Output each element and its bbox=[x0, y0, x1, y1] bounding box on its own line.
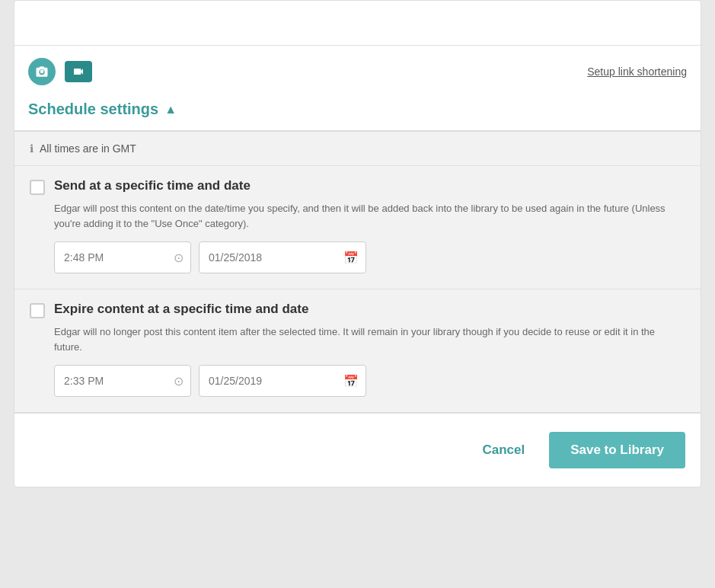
footer-panel: Cancel Save to Library bbox=[14, 413, 701, 487]
timezone-text: All times are in GMT bbox=[40, 142, 136, 155]
video-icon[interactable] bbox=[65, 61, 92, 82]
send-date-input[interactable] bbox=[199, 241, 366, 273]
schedule-settings-title: Schedule settings bbox=[28, 101, 158, 118]
camera-icon[interactable] bbox=[28, 58, 56, 85]
send-date-input-wrap: 📅 bbox=[199, 241, 366, 273]
expire-time-description: Edgar will no longer post this content i… bbox=[54, 324, 685, 354]
expire-time-input[interactable] bbox=[54, 365, 191, 397]
expire-time-input-wrap: ⊙ bbox=[54, 365, 191, 397]
setup-link-shortening[interactable]: Setup link shortening bbox=[587, 66, 687, 78]
media-icons bbox=[28, 58, 92, 85]
send-time-input-wrap: ⊙ bbox=[54, 241, 191, 273]
save-to-library-button[interactable]: Save to Library bbox=[549, 432, 685, 468]
expire-datetime-row: ⊙ 📅 bbox=[54, 365, 685, 397]
send-time-checkbox[interactable] bbox=[30, 180, 45, 195]
expire-date-input[interactable] bbox=[199, 365, 366, 397]
expire-time-option: Expire content at a specific time and da… bbox=[14, 289, 701, 412]
schedule-header: Schedule settings ▲ bbox=[14, 93, 701, 130]
expire-date-input-wrap: 📅 bbox=[199, 365, 366, 397]
send-datetime-row: ⊙ 📅 bbox=[54, 241, 685, 273]
expire-time-title: Expire content at a specific time and da… bbox=[54, 302, 308, 317]
icon-row: Setup link shortening bbox=[14, 46, 701, 93]
schedule-chevron-icon[interactable]: ▲ bbox=[164, 103, 177, 117]
timezone-notice: ℹ All times are in GMT bbox=[14, 132, 701, 165]
send-time-option: Send at a specific time and date Edgar w… bbox=[14, 165, 701, 289]
send-time-description: Edgar will post this content on the date… bbox=[54, 201, 685, 231]
send-time-input[interactable] bbox=[54, 241, 191, 273]
cancel-button[interactable]: Cancel bbox=[470, 436, 537, 464]
schedule-settings-section: ℹ All times are in GMT Send at a specifi… bbox=[14, 131, 701, 413]
info-icon: ℹ bbox=[30, 142, 34, 155]
expire-time-checkbox[interactable] bbox=[30, 303, 45, 318]
send-time-title: Send at a specific time and date bbox=[54, 178, 251, 193]
